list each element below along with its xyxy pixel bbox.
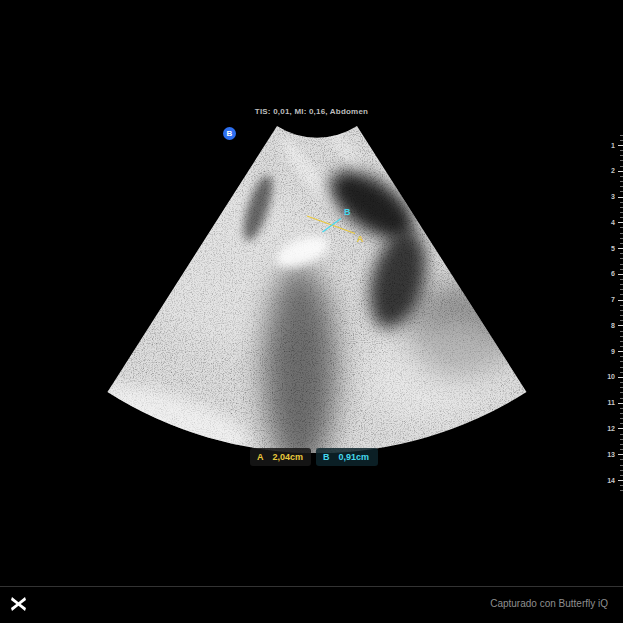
depth-ruler-tick [618,351,623,352]
fan-texture [79,110,550,480]
measurement-a-label: A [257,453,264,462]
depth-ruler-tick [618,171,623,172]
measurement-a-value: 2,04cm [273,453,304,462]
depth-ruler-tick [618,403,623,404]
measurement-b-label: B [323,453,330,462]
caliper-a-label[interactable]: A [357,234,364,244]
measurement-b-pill[interactable]: B 0,91cm [316,448,378,466]
depth-ruler-tick [618,145,623,146]
depth-ruler-tick [618,454,623,455]
depth-ruler-tick [618,248,623,249]
depth-ruler-tick [618,222,623,223]
measurement-a-pill[interactable]: A 2,04cm [250,448,311,466]
depth-ruler-tick [618,274,623,275]
ultrasound-image: B A [0,0,623,623]
butterfly-logo-icon [10,596,27,612]
depth-ruler-tick [618,480,623,481]
depth-ruler-tick [618,197,623,198]
depth-ruler-label: 10 [607,373,615,380]
depth-ruler-label: 13 [607,451,615,458]
caliper-b-label[interactable]: B [344,207,351,217]
depth-ruler-label: 9 [611,348,615,355]
app-window: TIS: 0,01, MI: 0,16, Abdomen B [0,0,623,623]
depth-ruler: 1234567891011121314 [595,128,623,498]
depth-ruler-label: 11 [608,399,615,406]
depth-ruler-label: 7 [611,296,615,303]
depth-ruler-label: 12 [607,425,615,432]
footer-caption: Capturado con Butterfly iQ [490,598,608,609]
depth-ruler-label: 6 [611,270,615,277]
depth-ruler-label: 4 [611,219,615,226]
depth-ruler-label: 8 [611,322,615,329]
depth-ruler-label: 14 [607,477,615,484]
measurement-b-value: 0,91cm [339,453,370,462]
depth-ruler-label: 5 [611,245,615,252]
depth-ruler-label: 2 [611,167,615,174]
depth-ruler-label: 3 [611,193,615,200]
depth-ruler-label: 1 [611,142,615,149]
footer-bar: Capturado con Butterfly iQ [0,586,623,623]
depth-ruler-tick [618,428,623,429]
depth-ruler-tick [618,300,623,301]
depth-ruler-tick [618,377,623,378]
depth-ruler-tick [618,325,623,326]
